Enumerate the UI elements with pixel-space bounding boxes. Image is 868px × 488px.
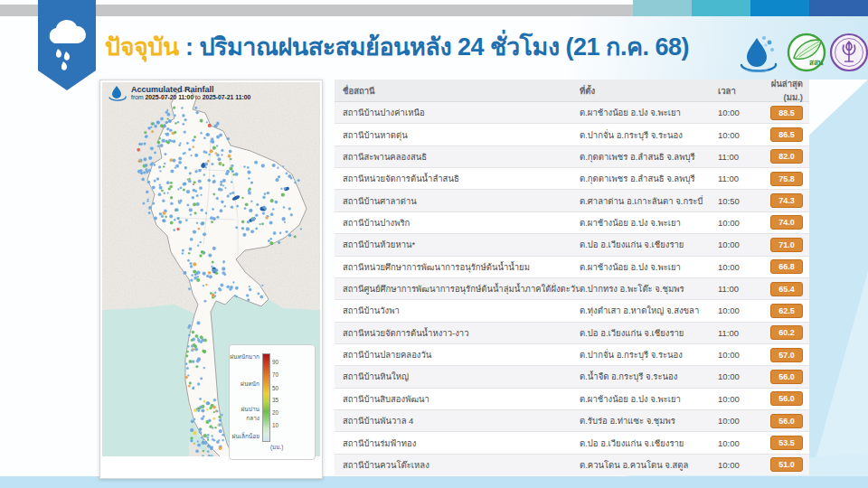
legend-unit: (มม.) — [270, 443, 283, 452]
station-name: สถานีบ้านหินใหญ่ — [335, 370, 580, 383]
table-row: สถานีบ้านสิบสองพัฒนา ต.ผาช้างน้อย อ.ปง จ… — [335, 388, 809, 409]
green-logo-text: สสน — [809, 59, 824, 67]
map-watermark-logo — [108, 84, 127, 106]
observation-time: 10:00 — [718, 130, 765, 140]
rainfall-table: ชื่อสถานี ที่ตั้ง เวลา ฝนล่าสุด (มม.) สถ… — [335, 80, 809, 475]
topbar-segment-2 — [692, 0, 750, 16]
rainfall-value-badge: 66.8 — [770, 259, 803, 274]
station-name: สถานีบ้านศาลาด่าน — [335, 194, 580, 208]
station-location: ต.ปอ อ.เวียงแก่น จ.เชียงราย — [580, 436, 718, 450]
rainfall-value-badge: 51.0 — [770, 457, 803, 472]
page-title: ปัจจุบัน : ปริมาณฝนสะสมย้อนหลัง 24 ชั่วโ… — [105, 27, 689, 66]
table-row: สถานีหน่วยจัดการต้นน้ำลำสนธิ ต.กุดตาเพชร… — [335, 167, 809, 189]
green-leaf-sasana-logo: สสน — [785, 31, 828, 78]
station-name: สถานีหน่วยจัดการต้นน้ำหงาว-งาว — [335, 326, 580, 340]
rainfall-map-card: Accumulated Rainfall from 2025-07-20 11:… — [99, 80, 323, 479]
rainfall-value-badge: 56.0 — [770, 370, 803, 384]
rainfall-value-badge: 74.3 — [770, 193, 803, 208]
rainfall-value-badge: 60.2 — [770, 325, 803, 340]
map-header: Accumulated Rainfall from 2025-07-20 11:… — [131, 85, 250, 101]
legend-label: ฝนหนักมาก — [230, 352, 259, 361]
rainfall-value-badge: 65.4 — [770, 282, 803, 296]
station-name: สถานีสะพานคลองสนธิ — [335, 150, 580, 164]
legend-tick: 10 — [272, 422, 278, 428]
map-from-label: from — [131, 94, 144, 100]
column-header-time: เวลา — [718, 84, 765, 98]
table-row: สถานีศูนย์ศึกษาการพัฒนาการอนุรักษ์ต้นน้ำ… — [335, 277, 809, 299]
table-row: สถานีบ้านหินใหญ่ ต.น้ำจืด อ.กระบุรี จ.ระ… — [335, 365, 809, 387]
table-row: สถานีบ้านศาลาด่าน ต.ศาลาด่าน อ.เกาะลันตา… — [335, 189, 809, 211]
station-name: สถานีบ้านปางค่าเหนือ — [335, 106, 580, 119]
table-header-row: ชื่อสถานี ที่ตั้ง เวลา ฝนล่าสุด (มม.) — [335, 80, 809, 102]
observation-time: 10:50 — [718, 196, 765, 206]
observation-time: 10:00 — [718, 460, 765, 470]
rainfall-value-badge: 88.5 — [770, 106, 803, 120]
table-row: สถานีบ้านพันวาล 4 ต.รับร่อ อ.ท่าแซะ จ.ชุ… — [335, 409, 809, 431]
blue-ribbon-banner — [38, 0, 96, 90]
rainfall-value-badge: 56.0 — [770, 414, 803, 428]
table-row: สถานีบ้านปางพริก ต.ผาช้างน้อย อ.ปง จ.พะเ… — [335, 211, 809, 233]
topbar-segment-4 — [809, 0, 868, 16]
legend-tick: 70 — [272, 371, 278, 378]
observation-time: 10:00 — [718, 394, 765, 404]
observation-time: 10:00 — [718, 239, 765, 249]
map-title: Accumulated Rainfall — [131, 85, 250, 94]
observation-time: 11:00 — [718, 284, 765, 294]
topbar-segment-1 — [633, 0, 692, 16]
rainfall-value-badge: 75.8 — [770, 172, 803, 186]
title-prefix: ปัจจุบัน — [105, 33, 179, 61]
topbar-segment-3 — [750, 0, 809, 16]
table-row: สถานีบ้านปลายคลองวัน ต.ปากจั่น อ.กระบุรี… — [335, 343, 809, 365]
station-name: สถานีบ้านพันวาล 4 — [335, 414, 580, 427]
station-location: ต.ผาช้างน้อย อ.ปง จ.พะเยา — [580, 260, 718, 274]
table-row: สถานีหน่วยศึกษาการพัฒนาการอนุรักษ์ต้นน้ำ… — [335, 256, 809, 277]
observation-time: 10:00 — [718, 371, 765, 381]
station-location: ต.ผาช้างน้อย อ.ปง จ.พะเยา — [580, 216, 718, 230]
station-location: ต.ผาช้างน้อย อ.ปง จ.พะเยา — [580, 392, 718, 406]
station-name: สถานีบ้านห้วยหาน* — [335, 238, 580, 251]
station-name: สถานีบ้านหาดตุ่น — [335, 128, 580, 142]
legend-label: ฝนปานกลาง — [230, 405, 259, 423]
legend-color-bar — [262, 353, 270, 442]
rainfall-value-badge: 82.0 — [770, 149, 803, 164]
station-location: ต.ปอ อ.เวียงแก่น จ.เชียงราย — [580, 238, 718, 251]
station-location: ต.กุดตาเพชร อ.ลำสนธิ จ.ลพบุรี — [580, 150, 718, 164]
legend-tick: 20 — [272, 409, 278, 416]
rainfall-value-badge: 57.0 — [770, 348, 803, 362]
rainfall-value-badge: 62.5 — [770, 304, 803, 318]
rainfall-value-badge: 56.0 — [770, 391, 803, 406]
rainfall-value-badge: 71.0 — [770, 238, 803, 252]
station-location: ต.ควนโดน อ.ควนโดน จ.สตูล — [580, 458, 718, 472]
table-row: สถานีบ้านห้วยหาน* ต.ปอ อ.เวียงแก่น จ.เชี… — [335, 233, 809, 255]
map-start-datetime: 2025-07-20 11:00 — [146, 94, 194, 100]
station-name: สถานีบ้านควนโต๊ะเหลง — [335, 458, 580, 472]
station-name: สถานีหน่วยศึกษาการพัฒนาการอนุรักษ์ต้นน้ำ… — [335, 260, 580, 274]
table-row: สถานีบ้านปางค่าเหนือ ต.ผาช้างน้อย อ.ปง จ… — [335, 102, 809, 123]
column-header-location: ที่ตั้ง — [580, 84, 718, 98]
purple-emblem-logo — [828, 31, 868, 78]
observation-time: 10:00 — [718, 350, 765, 360]
station-location: ต.กุดตาเพชร อ.ลำสนธิ จ.ลพบุรี — [580, 172, 718, 185]
legend-label: ฝนเล็กน้อย — [230, 432, 259, 441]
rainfall-value-badge: 74.0 — [770, 215, 803, 230]
rainfall-value-badge: 53.5 — [770, 436, 803, 450]
observation-time: 10:00 — [718, 262, 765, 272]
observation-time: 10:00 — [718, 438, 765, 448]
legend-tick: 50 — [272, 385, 278, 391]
legend-tick: 35 — [272, 397, 278, 403]
title-separator: : — [179, 33, 200, 61]
observation-time: 11:00 — [718, 174, 765, 183]
station-name: สถานีบ้านสิบสองพัฒนา — [335, 392, 580, 406]
station-location: ต.ปากทรง อ.พะโต๊ะ จ.ชุมพร — [580, 282, 718, 296]
map-end-datetime: 2025-07-21 11:00 — [203, 94, 251, 100]
table-row: สถานีบ้านหาดตุ่น ต.ปากจั่น อ.กระบุรี จ.ร… — [335, 123, 809, 145]
station-location: ต.ปอ อ.เวียงแก่น จ.เชียงราย — [580, 326, 718, 340]
station-location: ต.ปากจั่น อ.กระบุรี จ.ระนอง — [580, 128, 718, 142]
observation-time: 10:00 — [718, 416, 765, 426]
water-drop-network-logo — [738, 31, 779, 78]
station-location: ต.ปากจั่น อ.กระบุรี จ.ระนอง — [580, 348, 718, 361]
map-date-range: from 2025-07-20 11:00 to 2025-07-21 11:0… — [131, 94, 250, 101]
observation-time: 10:00 — [718, 218, 765, 228]
station-name: สถานีศูนย์ศึกษาการพัฒนาการอนุรักษ์ต้นน้ำ… — [335, 282, 580, 296]
station-name: สถานีหน่วยจัดการต้นน้ำลำสนธิ — [335, 172, 580, 185]
